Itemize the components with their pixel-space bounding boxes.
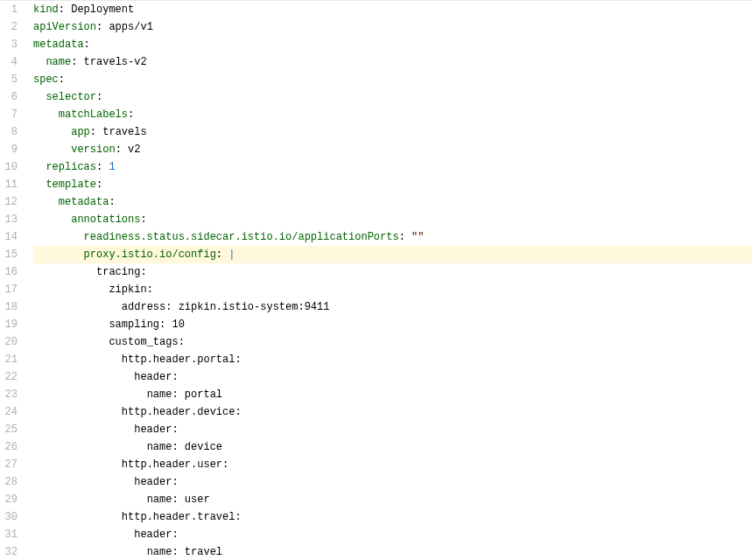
code-token: http.header.device: bbox=[122, 406, 242, 418]
code-token: header: bbox=[134, 371, 178, 383]
code-token: sampling: 10 bbox=[109, 318, 184, 331]
code-token: name bbox=[46, 56, 71, 68]
code-line[interactable]: http.header.portal: bbox=[33, 351, 752, 368]
line-number: 18 bbox=[0, 298, 18, 316]
code-token: : Deployment bbox=[59, 4, 134, 16]
line-number: 31 bbox=[0, 526, 18, 543]
line-number: 21 bbox=[0, 351, 18, 368]
code-line[interactable]: metadata: bbox=[33, 36, 752, 53]
code-line[interactable]: name: travels-v2 bbox=[33, 53, 752, 71]
line-number: 20 bbox=[0, 333, 18, 351]
code-token: kind bbox=[33, 4, 59, 16]
code-token: template bbox=[46, 178, 96, 191]
line-number: 24 bbox=[0, 403, 18, 421]
code-token: http.header.travel: bbox=[122, 511, 242, 523]
line-number: 5 bbox=[0, 71, 18, 88]
code-line[interactable]: custom_tags: bbox=[33, 333, 752, 351]
code-line[interactable]: sampling: 10 bbox=[33, 316, 752, 333]
code-token: apiVersion bbox=[33, 21, 96, 33]
code-token: annotations bbox=[71, 214, 140, 226]
line-number: 8 bbox=[0, 123, 18, 141]
code-token: http.header.portal: bbox=[122, 354, 242, 366]
line-number-gutter: 1234567891011121314151617181920212223242… bbox=[0, 1, 25, 560]
line-number: 7 bbox=[0, 106, 18, 123]
code-line[interactable]: name: portal bbox=[33, 386, 752, 403]
code-line[interactable]: name: device bbox=[33, 438, 752, 456]
code-token: spec bbox=[33, 74, 59, 86]
line-number: 19 bbox=[0, 316, 18, 333]
code-line[interactable]: matchLabels: bbox=[33, 106, 752, 123]
code-token: header: bbox=[134, 476, 178, 488]
code-token: : bbox=[216, 248, 228, 261]
line-number: 16 bbox=[0, 263, 18, 281]
line-number: 27 bbox=[0, 456, 18, 473]
line-number: 6 bbox=[0, 88, 18, 106]
line-number: 13 bbox=[0, 211, 18, 228]
code-line[interactable]: http.header.travel: bbox=[33, 508, 752, 526]
line-number: 10 bbox=[0, 158, 18, 176]
line-number: 9 bbox=[0, 141, 18, 158]
code-token: version bbox=[71, 144, 115, 156]
code-token: replicas bbox=[46, 161, 96, 173]
code-token: header: bbox=[134, 424, 178, 436]
code-token: | bbox=[228, 248, 235, 261]
code-line[interactable]: name: user bbox=[33, 491, 752, 508]
code-token: readiness.status.sidecar.istio.io/applic… bbox=[84, 231, 399, 243]
code-token: name: user bbox=[147, 494, 210, 506]
line-number: 15 bbox=[0, 246, 18, 263]
line-number: 32 bbox=[0, 543, 18, 560]
code-line[interactable]: zipkin: bbox=[33, 281, 752, 298]
code-token: : apps/v1 bbox=[96, 21, 153, 33]
code-token: : bbox=[96, 178, 102, 191]
line-number: 14 bbox=[0, 228, 18, 246]
code-line[interactable]: http.header.user: bbox=[33, 456, 752, 473]
code-line[interactable]: header: bbox=[33, 526, 752, 543]
line-number: 11 bbox=[0, 176, 18, 193]
code-token: : bbox=[96, 161, 109, 173]
line-number: 4 bbox=[0, 53, 18, 71]
code-token: name: device bbox=[147, 441, 222, 453]
code-line[interactable]: replicas: 1 bbox=[33, 158, 752, 176]
code-token: name: portal bbox=[147, 388, 222, 401]
code-editor: 1234567891011121314151617181920212223242… bbox=[0, 0, 752, 560]
code-line[interactable]: readiness.status.sidecar.istio.io/applic… bbox=[33, 228, 752, 246]
code-line[interactable]: apiVersion: apps/v1 bbox=[33, 18, 752, 36]
line-number: 1 bbox=[0, 1, 18, 18]
code-token: : bbox=[109, 196, 115, 208]
code-line[interactable]: app: travels bbox=[33, 123, 752, 141]
line-number: 3 bbox=[0, 36, 18, 53]
code-token: header: bbox=[134, 528, 178, 541]
code-token: app bbox=[71, 126, 90, 138]
code-token: proxy.istio.io/config bbox=[84, 248, 216, 261]
line-number: 22 bbox=[0, 368, 18, 386]
code-line[interactable]: address: zipkin.istio-system:9411 bbox=[33, 298, 752, 316]
code-line[interactable]: header: bbox=[33, 421, 752, 438]
code-token: : bbox=[59, 74, 65, 86]
code-line[interactable]: name: travel bbox=[33, 543, 752, 560]
line-number: 12 bbox=[0, 193, 18, 211]
code-line[interactable]: kind: Deployment bbox=[33, 1, 752, 18]
line-number: 30 bbox=[0, 508, 18, 526]
code-line[interactable]: tracing: bbox=[33, 263, 752, 281]
code-line[interactable]: annotations: bbox=[33, 211, 752, 228]
code-token: tracing: bbox=[96, 266, 147, 278]
code-line[interactable]: header: bbox=[33, 368, 752, 386]
code-token: selector bbox=[46, 91, 96, 103]
code-token: : bbox=[84, 38, 90, 51]
code-line[interactable]: template: bbox=[33, 176, 752, 193]
code-line[interactable]: proxy.istio.io/config: | bbox=[33, 246, 752, 263]
code-line[interactable]: spec: bbox=[33, 71, 752, 88]
code-token: : bbox=[128, 108, 134, 121]
code-line[interactable]: version: v2 bbox=[33, 141, 752, 158]
code-line[interactable]: selector: bbox=[33, 88, 752, 106]
code-line[interactable]: metadata: bbox=[33, 193, 752, 211]
code-token: : travels bbox=[90, 126, 147, 138]
code-token: metadata bbox=[59, 196, 109, 208]
code-content[interactable]: kind: DeploymentapiVersion: apps/v1metad… bbox=[25, 1, 752, 560]
code-line[interactable]: header: bbox=[33, 473, 752, 491]
code-token: : bbox=[96, 91, 102, 103]
code-token: "" bbox=[411, 231, 424, 243]
code-token: custom_tags: bbox=[109, 336, 184, 348]
code-token: http.header.user: bbox=[122, 458, 228, 471]
code-line[interactable]: http.header.device: bbox=[33, 403, 752, 421]
